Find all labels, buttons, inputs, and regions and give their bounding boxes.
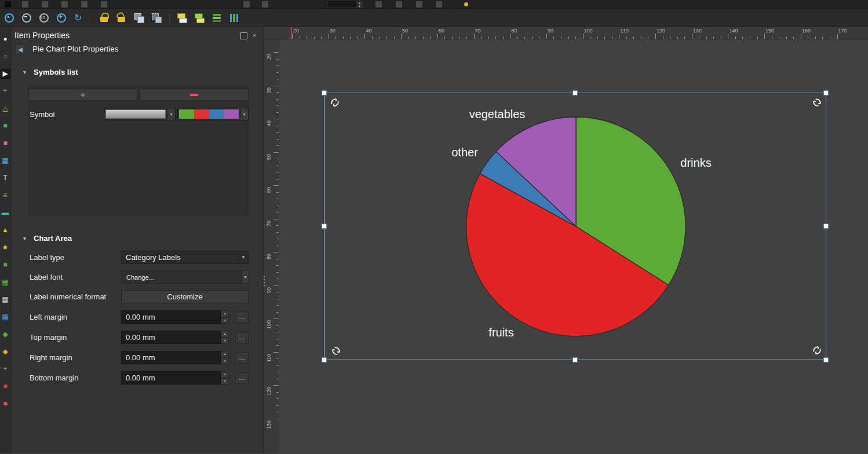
menu-icon[interactable] bbox=[5, 1, 11, 8]
customize-format-button[interactable]: Customize bbox=[121, 290, 249, 303]
gray-gradient-swatch[interactable] bbox=[104, 108, 167, 120]
step-down-icon[interactable]: ▼ bbox=[221, 378, 229, 385]
remove-symbol-button[interactable] bbox=[140, 89, 249, 101]
collapse-chart-area-icon[interactable]: ▼ bbox=[22, 236, 27, 241]
pan-layout-tool-icon[interactable]: ● bbox=[1, 34, 10, 44]
symbol-color-dropdown[interactable]: ▼ bbox=[104, 108, 176, 120]
resize-handle-middle-left[interactable] bbox=[322, 224, 327, 229]
resize-handle-bottom-left[interactable] bbox=[322, 357, 327, 363]
resize-handle-bottom-middle[interactable] bbox=[572, 357, 578, 363]
rotate-handle-icon[interactable] bbox=[812, 346, 822, 355]
unlock-all-icon[interactable] bbox=[115, 12, 128, 24]
toolbar-icon-5[interactable] bbox=[101, 1, 107, 8]
color-ramp-swatch[interactable] bbox=[177, 108, 240, 120]
close-panel-icon[interactable]: × bbox=[251, 32, 258, 39]
add-html-frame-icon[interactable]: ◆ bbox=[1, 329, 10, 339]
rotate-handle-icon[interactable] bbox=[812, 98, 822, 107]
left-margin-expression-button[interactable]: … bbox=[235, 312, 249, 323]
zoom-in-icon[interactable] bbox=[55, 12, 68, 24]
toolbar-icon-11[interactable] bbox=[436, 1, 442, 8]
ungroup-items-icon[interactable] bbox=[150, 12, 163, 24]
toolbar-icon-10[interactable] bbox=[416, 1, 422, 8]
top-margin-expression-button[interactable]: … bbox=[235, 332, 249, 343]
align-items-icon[interactable] bbox=[210, 12, 223, 24]
label-font-button[interactable]: Change... bbox=[121, 270, 242, 284]
add-elevation-profile-icon[interactable]: + bbox=[1, 364, 10, 374]
raise-items-icon[interactable] bbox=[176, 12, 188, 24]
spinner-arrows-icon[interactable]: ▲▼ bbox=[356, 1, 363, 8]
add-label-icon[interactable]: T bbox=[1, 173, 10, 183]
right-margin-input[interactable]: 0.00 mm bbox=[121, 351, 221, 364]
atlas-icon[interactable] bbox=[464, 2, 468, 6]
step-up-icon[interactable]: ▲ bbox=[221, 310, 229, 317]
lock-items-icon[interactable] bbox=[98, 12, 111, 24]
toolbar-icon-1[interactable] bbox=[22, 1, 28, 8]
add-shape-icon[interactable]: ■ bbox=[1, 260, 10, 270]
toolbar-icon-2[interactable] bbox=[42, 1, 48, 8]
resize-handle-bottom-right[interactable] bbox=[823, 357, 829, 363]
refresh-icon[interactable] bbox=[72, 12, 85, 24]
select-move-item-tool-icon[interactable]: ▶ bbox=[1, 69, 10, 79]
resize-handle-top-middle[interactable] bbox=[572, 90, 578, 96]
font-dropdown-arrow-icon[interactable]: ▼ bbox=[242, 270, 249, 284]
add-marker-icon[interactable]: ★ bbox=[1, 243, 10, 252]
add-scalebar-icon[interactable]: ▬ bbox=[1, 208, 10, 218]
step-up-icon[interactable]: ▲ bbox=[221, 351, 229, 358]
back-button[interactable]: ◀ bbox=[15, 44, 25, 54]
zoom-actual-icon[interactable] bbox=[38, 12, 50, 24]
edit-nodes-tool-icon[interactable]: △ bbox=[1, 104, 10, 114]
left-margin-stepper[interactable]: ▲▼ bbox=[221, 310, 229, 324]
add-page-icon[interactable]: ■ bbox=[1, 121, 10, 131]
undock-panel-icon[interactable] bbox=[240, 32, 247, 39]
add-fixed-table-icon[interactable]: ▦ bbox=[1, 295, 10, 305]
zoom-tool-icon[interactable]: ○ bbox=[1, 52, 10, 61]
toolbar-combo[interactable]: ▲▼ bbox=[327, 1, 363, 8]
rotate-handle-icon[interactable] bbox=[331, 346, 341, 356]
distribute-items-icon[interactable] bbox=[228, 12, 240, 24]
step-up-icon[interactable]: ▲ bbox=[221, 371, 229, 378]
lower-items-icon[interactable] bbox=[193, 12, 206, 24]
add-3d-map-icon[interactable]: ■ bbox=[1, 399, 10, 409]
group-items-icon[interactable] bbox=[133, 12, 145, 24]
step-up-icon[interactable]: ▲ bbox=[221, 331, 229, 338]
dropdown-arrow-icon[interactable]: ▼ bbox=[167, 108, 176, 120]
bottom-margin-input[interactable]: 0.00 mm bbox=[121, 371, 221, 385]
toolbar-icon-7[interactable] bbox=[262, 1, 268, 8]
add-legend-icon[interactable]: ≡ bbox=[1, 191, 10, 200]
bottom-margin-stepper[interactable]: ▲▼ bbox=[221, 371, 229, 385]
add-map-icon[interactable]: ▦ bbox=[1, 156, 10, 166]
top-margin-input[interactable]: 0.00 mm bbox=[121, 331, 221, 344]
rotate-handle-icon[interactable] bbox=[330, 98, 340, 107]
add-dynamic-text-icon[interactable]: ■ bbox=[1, 382, 10, 391]
collapse-symbols-icon[interactable]: ▼ bbox=[22, 69, 27, 75]
symbol-ramp-dropdown[interactable]: ▼ bbox=[177, 108, 249, 120]
dropdown-arrow-icon[interactable]: ▼ bbox=[240, 108, 249, 120]
top-margin-stepper[interactable]: ▲▼ bbox=[221, 331, 229, 344]
right-margin-stepper[interactable]: ▲▼ bbox=[221, 351, 229, 364]
add-attribute-table-icon[interactable]: ▦ bbox=[1, 312, 10, 322]
bottom-margin-expression-button[interactable]: … bbox=[235, 372, 249, 384]
panel-splitter[interactable] bbox=[264, 276, 265, 286]
add-node-shape-icon[interactable]: ◆ bbox=[1, 347, 10, 357]
resize-handle-top-right[interactable] bbox=[823, 90, 829, 96]
zoom-full-icon[interactable] bbox=[3, 12, 16, 24]
zoom-out-icon[interactable] bbox=[20, 12, 33, 24]
step-down-icon[interactable]: ▼ bbox=[221, 338, 229, 345]
resize-handle-middle-right[interactable] bbox=[823, 224, 829, 229]
add-symbol-button[interactable]: + bbox=[28, 89, 137, 101]
left-margin-input[interactable]: 0.00 mm bbox=[121, 310, 221, 324]
resize-handle-top-left[interactable] bbox=[322, 90, 327, 96]
move-item-content-tool-icon[interactable]: + bbox=[1, 86, 10, 96]
add-chart-icon[interactable]: ▦ bbox=[1, 277, 10, 287]
toolbar-icon-3[interactable] bbox=[61, 1, 68, 8]
chart-area-header[interactable]: Chart Area bbox=[34, 234, 72, 243]
label-type-combo[interactable]: Category Labels ▼ bbox=[121, 251, 249, 264]
add-north-arrow-icon[interactable]: ▲ bbox=[1, 225, 10, 235]
chevron-down-icon[interactable]: ▼ bbox=[238, 251, 248, 263]
add-picture-icon[interactable]: ■ bbox=[1, 138, 10, 148]
step-down-icon[interactable]: ▼ bbox=[221, 358, 229, 365]
step-down-icon[interactable]: ▼ bbox=[221, 317, 229, 324]
toolbar-icon-9[interactable] bbox=[396, 1, 402, 8]
symbols-list-header[interactable]: Symbols list bbox=[34, 68, 78, 76]
right-margin-expression-button[interactable]: … bbox=[235, 352, 249, 364]
